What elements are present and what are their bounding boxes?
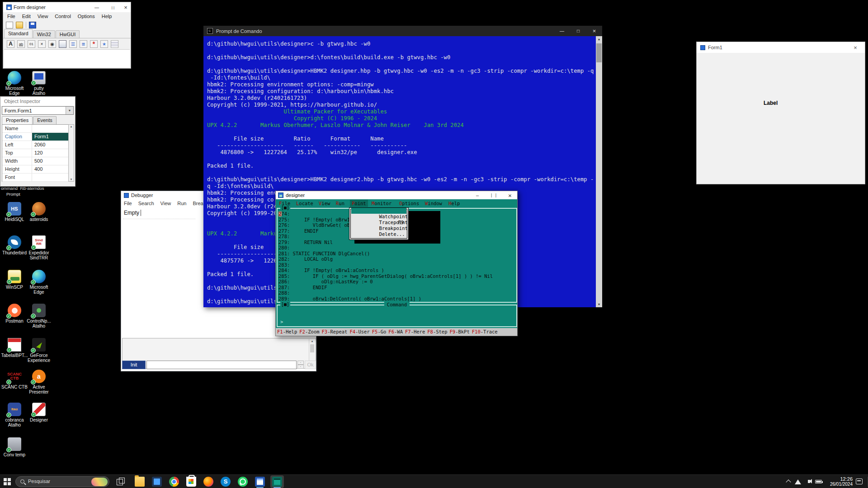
property-value[interactable]: 400 [32,165,68,173]
stepper-control[interactable]: - - [297,361,304,369]
designer-tui-app-icon[interactable] [270,475,284,488]
menu-item[interactable]: File [7,14,15,19]
palette-listbox-icon[interactable]: ☰ [69,40,77,48]
microsoft-store-icon[interactable] [184,475,198,488]
close-button[interactable]: × [849,42,861,53]
property-row[interactable]: Top 120 [2,149,68,157]
battery-icon[interactable] [815,480,822,483]
desktop-icon-controlnp[interactable]: ControlNp...Atalho [24,304,54,328]
whatsapp-icon[interactable] [236,475,250,488]
palette-browse-icon[interactable] [111,40,118,48]
scroll-up-icon[interactable]: ▲ [69,125,74,128]
maximize-button[interactable]: □ [570,26,586,36]
popup-menu-item[interactable]: Watchpoint... [351,208,406,214]
scroll-down-icon[interactable]: ▼ [596,303,602,306]
popup-menu-item[interactable]: BreakpointF9 [351,220,406,225]
command-prompt-titlebar[interactable]: Prompt de Comando — □ × [203,26,602,36]
monitor-app-icon[interactable] [150,475,164,488]
function-key[interactable]: F2-Zoom [299,329,319,334]
open-file-icon[interactable] [16,22,23,28]
inspector-tab[interactable]: Properties [2,116,33,124]
property-row[interactable]: Height 400 [2,165,68,174]
tui-menu-item[interactable]: Monitor [370,200,393,207]
tui-command-panel[interactable]: [■] Command > [277,305,517,327]
property-value[interactable]: 2060 [32,141,68,149]
tui-titlebar[interactable]: designer — | | × [276,191,517,199]
minimize-button[interactable]: — [91,2,103,12]
menu-item[interactable]: Help [102,14,112,19]
function-key[interactable]: F3-Repeat [322,329,348,334]
function-key[interactable]: F10-Trace [472,329,498,334]
palette-tab[interactable]: Standard [4,29,33,38]
property-row[interactable]: Name [2,125,68,133]
form-designer-titlebar[interactable]: Form designer — | | × [3,2,131,12]
stepper-up[interactable]: - [297,361,304,365]
desktop-icon-conv-temp[interactable]: Conv temp [0,437,29,457]
restore-button[interactable]: | | [488,191,500,199]
function-key[interactable]: F9-BkPt [450,329,470,334]
tray-chevron-up-icon[interactable] [786,479,791,484]
palette-radiobutton-icon[interactable]: ◉ [48,40,56,48]
console-scrollbar[interactable]: ▲ ▼ [596,36,602,307]
inspector-tab[interactable]: Events [33,116,57,124]
palette-combobox-icon[interactable]: ≣ [80,40,87,48]
debugger-empty-tab[interactable]: Empty [124,210,141,216]
search-box[interactable]: Pesquisar [15,476,109,487]
new-file-icon[interactable] [6,22,13,28]
menu-item[interactable]: Options [78,14,95,19]
debugger-command-input[interactable] [146,361,297,369]
tui-menu-item[interactable]: Options [397,200,421,207]
object-inspector-titlebar[interactable]: Object Inspector [0,97,75,106]
scrollbar-thumb[interactable] [310,344,314,352]
property-value[interactable] [32,125,68,132]
init-button[interactable]: Init [122,361,146,369]
palette-tab[interactable]: Win32 [33,30,55,38]
property-grid-scrollbar[interactable]: ▲ ▼ [68,124,74,182]
palette-image-icon[interactable]: * [90,40,98,48]
save-file-icon[interactable] [29,22,36,28]
scroll-down-icon[interactable]: ▼ [69,178,74,181]
desktop-icon-putty[interactable]: puttyAtalho [24,71,54,96]
property-row[interactable]: Caption Form1 [2,133,68,141]
minimize-button[interactable]: — [554,26,570,36]
close-button[interactable]: × [586,26,602,36]
property-value[interactable]: 500 [32,157,68,165]
tui-menu-item[interactable]: View [317,200,332,207]
tui-close-box-icon[interactable]: [■] [280,205,290,210]
property-row[interactable]: Width 500 [2,157,68,165]
desktop-icon-designer[interactable]: Designer [24,403,54,422]
object-selector-combobox[interactable]: Form.Form1 ▼ [2,106,74,115]
function-key[interactable]: F7-Here [405,329,425,334]
palette-updown-icon[interactable]: 01 [28,40,35,48]
tui-menu-item[interactable]: Window [423,200,444,207]
chevron-down-icon[interactable]: ▼ [66,107,73,114]
menu-item[interactable]: Control [55,14,71,19]
palette-panel-icon[interactable] [59,40,66,48]
form1-titlebar[interactable]: Form1 × [697,42,865,53]
tui-menu-item[interactable]: Locate [294,200,315,207]
scroll-up-icon[interactable]: ▲ [309,340,315,343]
tui-menu-item[interactable]: Run [334,200,346,207]
function-key[interactable]: F8-Step [427,329,447,334]
file-explorer-icon[interactable] [133,475,146,488]
skype-icon[interactable] [219,475,232,488]
menu-item[interactable]: View [160,201,171,206]
tui-menu-item[interactable]: Point [350,200,368,207]
ok-button[interactable]: Ok [305,361,316,369]
firefox-icon[interactable] [202,475,215,488]
desktop-icon-asteroids[interactable]: asteroids [24,202,54,222]
property-row[interactable]: Left 2060 [2,141,68,149]
menu-item[interactable]: Search [138,201,154,206]
stepper-down[interactable]: - [297,365,304,369]
chrome-icon[interactable] [167,475,181,488]
action-center-icon[interactable] [856,479,863,484]
menu-item[interactable]: View [38,14,48,19]
function-key[interactable]: F1-Help [277,329,297,334]
property-value[interactable] [32,174,68,181]
property-value[interactable]: 120 [32,149,68,157]
palette-ownerbutton-icon[interactable]: ★ [100,40,108,48]
speaker-icon[interactable] [808,480,810,483]
close-button[interactable]: × [504,191,516,199]
desktop-icon-active-presenter[interactable]: a ActivePresenter [24,370,54,394]
start-button-icon[interactable] [4,478,11,485]
